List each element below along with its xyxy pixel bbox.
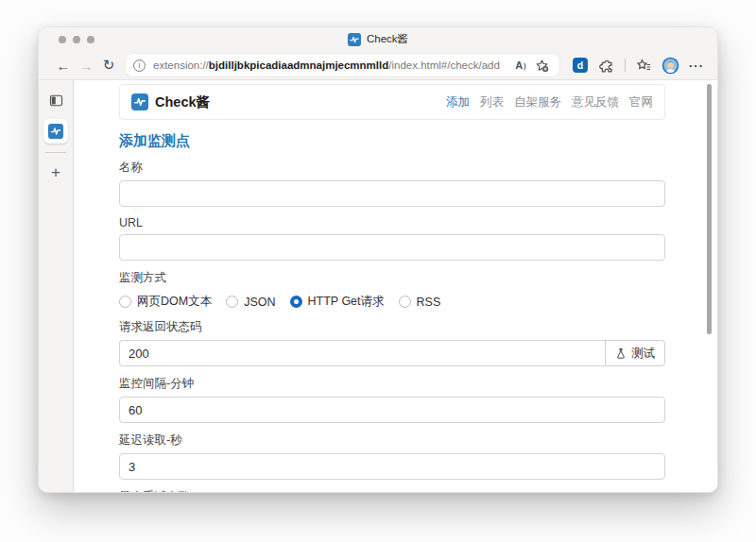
app-header: Check酱 添加 列表 自架服务 意见反馈 官网 [119,84,665,120]
radio-circle [399,296,411,308]
settings-menu-icon[interactable]: ··· [685,54,708,76]
browser-main: + Check酱 添加 列表 [39,80,717,493]
field-url: URL [119,216,665,261]
method-label: 监测方式 [119,270,665,286]
sidebar-tab-checkjiang[interactable] [43,119,68,144]
radio-rss[interactable]: RSS [399,296,441,309]
name-input[interactable] [119,180,665,207]
sidebar-divider [45,152,66,153]
webpage: Check酱 添加 列表 自架服务 意见反馈 官网 添加监测点 名称 [74,80,717,493]
name-label: 名称 [119,160,665,176]
nav-official-site[interactable]: 官网 [629,94,653,110]
favorites-bar-icon[interactable] [632,54,655,76]
active-tab[interactable]: Check酱 [39,27,717,51]
radio-circle [226,296,238,308]
status-code-label: 请求返回状态码 [119,319,665,335]
interval-input[interactable] [119,397,665,423]
nav-add[interactable]: 添加 [446,94,470,110]
field-name: 名称 [119,160,665,207]
checkjiang-favicon-icon [48,124,63,139]
toolbar-divider [625,59,626,72]
field-status-code: 请求返回状态码 测试 [119,319,665,366]
max-retry-label: 最大重试次数 [119,489,665,493]
tab-actions-icon[interactable] [43,88,68,112]
field-delay: 延迟读取-秒 [119,432,665,480]
field-max-retry: 最大重试次数 [119,489,665,493]
browser-toolbar: ← → ↻ i extension://bjdilljbkpicadiaadmn… [39,51,717,80]
nav-feedback[interactable]: 意见反馈 [572,94,619,110]
nav-list[interactable]: 列表 [480,94,504,110]
app-brand[interactable]: Check酱 [131,93,210,111]
tab-title: Check酱 [367,32,408,46]
close-button[interactable] [59,36,66,43]
vertical-tabs-sidebar: + [39,80,74,493]
url-scheme: extension:// [153,59,209,71]
app-nav: 添加 列表 自架服务 意见反馈 官网 [446,94,653,110]
radio-http-get[interactable]: HTTP Get请求 [290,294,385,310]
url-host: bjdilljbkpicadiaadmnajmjecmnmlld [209,59,388,71]
profile-avatar[interactable] [659,54,681,76]
interval-label: 监控间隔-分钟 [119,376,665,392]
extensions-puzzle-icon[interactable] [595,54,618,76]
field-interval: 监控间隔-分钟 [119,376,665,423]
url-path: /index.html#/check/add [388,59,500,71]
delay-input[interactable] [119,453,665,480]
page-title: 添加监测点 [119,132,665,150]
window-controls [59,36,94,43]
status-code-input[interactable] [119,340,605,366]
new-tab-button[interactable]: + [43,160,68,184]
address-bar[interactable]: i extension://bjdilljbkpicadiaadmnajmjec… [126,54,559,76]
forward-button[interactable]: → [75,54,97,76]
delay-label: 延迟读取-秒 [119,432,665,449]
radio-dom-text[interactable]: 网页DOM文本 [119,294,212,310]
radio-circle [119,296,131,308]
site-info-icon[interactable]: i [133,59,146,72]
flask-icon [615,347,627,360]
toolbar-extensions: d ··· [569,54,708,76]
app-title: Check酱 [155,93,210,111]
checkjiang-logo-icon [131,93,148,110]
titlebar: Check酱 [39,27,717,51]
url-text[interactable]: extension://bjdilljbkpicadiaadmnajmjecmn… [153,59,510,71]
checkjiang-favicon-icon [348,33,361,46]
url-label: URL [119,216,665,229]
screenshot: Check酱 ← → ↻ i extension://bjdilljbkpica… [0,0,756,542]
zoom-button[interactable] [87,36,94,43]
minimize-button[interactable] [73,36,80,43]
url-input[interactable] [119,234,665,261]
d-extension-icon[interactable]: d [569,54,592,76]
test-button[interactable]: 测试 [605,340,665,366]
nav-self-hosted[interactable]: 自架服务 [514,94,561,110]
back-button[interactable]: ← [52,54,75,76]
read-aloud-icon[interactable]: A) [510,56,531,75]
radio-circle-selected [290,296,302,308]
add-favorite-icon[interactable] [531,56,552,75]
browser-window: Check酱 ← → ↻ i extension://bjdilljbkpica… [38,26,718,493]
method-options: 网页DOM文本 JSON HTTP Get请求 [119,294,665,310]
page-scrollbar[interactable] [707,84,712,334]
radio-json[interactable]: JSON [226,296,275,309]
field-method: 监测方式 网页DOM文本 JSON [119,270,665,310]
refresh-button[interactable]: ↻ [97,54,120,76]
